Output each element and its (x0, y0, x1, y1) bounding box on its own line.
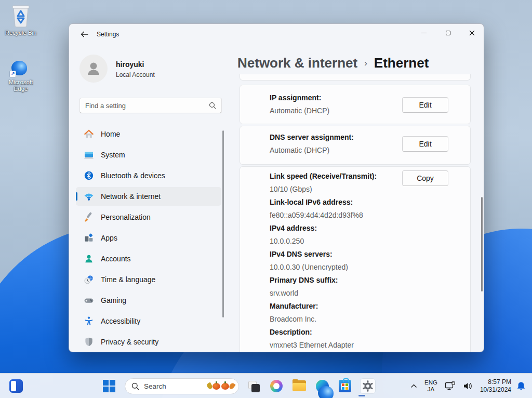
field-label-partial: Driver version: (270, 352, 470, 352)
sidebar-item-privacy-security[interactable]: Privacy & security (76, 333, 221, 351)
field-value: vmxnet3 Ethernet Adapter (270, 339, 470, 352)
maximize-button[interactable] (436, 24, 460, 42)
task-view-button[interactable] (246, 379, 261, 393)
start-button[interactable] (102, 379, 116, 393)
sidebar-item-bluetooth-devices[interactable]: Bluetooth & devices (76, 166, 221, 185)
desktop-icon-label: Microsoft Edge (5, 79, 37, 92)
card-ip-assignment: IP assignment: Automatic (DHCP) Edit (240, 85, 471, 124)
halloween-pumpkins-icon (207, 383, 234, 390)
time-language-icon (84, 274, 94, 285)
desktop: Recycle Bin ↗ Microsoft Edge Settings (0, 0, 532, 398)
card-dns-assignment: DNS server assignment: Automatic (DHCP) … (240, 126, 471, 165)
clock[interactable]: 8:57 PM 10/31/2024 (480, 378, 511, 394)
minimize-icon (421, 33, 427, 33)
card-adapter-details: Link speed (Receive/Transmit): 10/10 (Gb… (240, 166, 471, 352)
sidebar-item-gaming[interactable]: Gaming (76, 291, 221, 310)
windows-logo-icon (103, 380, 115, 392)
home-icon (84, 129, 94, 139)
sidebar-item-accessibility[interactable]: Accessibility (76, 312, 221, 330)
tray-date: 10/31/2024 (480, 386, 511, 394)
user-account-type: Local Account (116, 71, 155, 78)
settings-button-active[interactable] (361, 379, 375, 393)
system-icon (84, 150, 94, 160)
field-value: 10.0.0.30 (Unencrypted) (270, 261, 470, 274)
find-setting-searchbox[interactable] (79, 98, 222, 113)
sidebar-item-accounts[interactable]: Accounts (76, 249, 221, 268)
tray-time: 8:57 PM (488, 378, 511, 386)
selected-indicator (76, 192, 77, 201)
content-scrollbar[interactable] (481, 197, 483, 291)
edit-ip-button[interactable]: Edit (402, 97, 448, 113)
user-name: hiroyuki (116, 60, 144, 69)
maximize-icon (446, 31, 450, 35)
recycle-bin-icon (9, 4, 32, 28)
privacy-security-icon (84, 337, 94, 347)
ethernet-icon (445, 381, 456, 391)
file-explorer-button[interactable] (292, 379, 307, 393)
accounts-icon (84, 254, 94, 264)
breadcrumb-parent[interactable]: Network & internet (237, 55, 357, 71)
field-label: IPv4 DNS servers: (270, 248, 470, 261)
minimize-button[interactable] (412, 24, 436, 42)
copilot-button[interactable] (269, 379, 284, 393)
taskbar: Search (0, 373, 532, 398)
language-indicator[interactable]: ENG JA (424, 379, 437, 393)
sidebar-item-time-language[interactable]: Time & language (76, 270, 221, 289)
network-status[interactable] (445, 381, 456, 391)
search-input[interactable] (80, 102, 209, 110)
field-value: srv.world (270, 287, 470, 300)
field-value: fe80::a059:4d4:4d2d:d93f%8 (270, 209, 470, 222)
field-label: Link-local IPv6 address: (270, 196, 470, 209)
avatar (79, 55, 108, 83)
page-title: Ethernet (374, 55, 429, 71)
sidebar-item-personalization[interactable]: Personalization (76, 208, 221, 227)
shortcut-arrow-icon: ↗ (9, 71, 16, 77)
microsoft-store-icon (339, 380, 351, 392)
copy-button[interactable]: Copy (402, 170, 448, 186)
taskbar-search[interactable]: Search (125, 378, 239, 394)
edge-icon: ↗ (9, 55, 32, 77)
close-button[interactable] (460, 24, 484, 42)
sidebar-item-system[interactable]: System (76, 145, 221, 164)
gear-icon (362, 380, 374, 392)
microsoft-store-button[interactable] (338, 379, 352, 393)
edge-button[interactable] (315, 379, 329, 393)
volume-control[interactable] (463, 382, 473, 390)
card-previous-partial (240, 74, 471, 81)
desktop-icon-recycle-bin[interactable]: Recycle Bin (1, 4, 41, 36)
chevron-right-icon: › (364, 58, 367, 69)
sidebar-item-apps[interactable]: Apps (76, 229, 221, 247)
chevron-up-icon (410, 384, 417, 388)
sidebar-item-home[interactable]: Home (76, 125, 221, 143)
network-icon (84, 191, 94, 202)
edit-dns-button[interactable]: Edit (402, 136, 448, 152)
accessibility-icon (84, 316, 94, 326)
personalization-icon (84, 212, 94, 222)
notification-center[interactable] (516, 381, 526, 391)
gaming-icon (84, 295, 94, 306)
person-icon (85, 60, 102, 77)
close-icon (469, 30, 475, 36)
bluetooth-icon (84, 170, 94, 181)
field-label: Primary DNS suffix: (270, 274, 470, 287)
sidebar-item-network-internet[interactable]: Network & internet (76, 187, 221, 206)
search-icon (131, 382, 139, 390)
task-view-icon (247, 379, 260, 393)
running-app-indicator (358, 395, 365, 396)
field-label: Description: (270, 326, 470, 339)
tray-chevron-up[interactable] (410, 384, 417, 388)
desktop-icon-label: Recycle Bin (5, 30, 37, 36)
field-value: Broadcom Inc. (270, 313, 470, 326)
field-value: 10.0.0.250 (270, 235, 470, 248)
field-label: Manufacturer: (270, 300, 470, 313)
widgets-icon[interactable] (9, 379, 23, 393)
file-explorer-icon (292, 380, 306, 392)
back-button[interactable] (76, 27, 92, 42)
desktop-icon-microsoft-edge[interactable]: ↗ Microsoft Edge (1, 55, 41, 92)
taskbar-search-placeholder: Search (144, 382, 207, 390)
settings-window: Settings hiroyuki Local Account (69, 23, 484, 352)
bell-icon (516, 381, 526, 391)
window-title: Settings (97, 31, 119, 38)
field-label: IPv4 address: (270, 222, 470, 235)
sidebar-scrollbar[interactable] (222, 130, 224, 317)
